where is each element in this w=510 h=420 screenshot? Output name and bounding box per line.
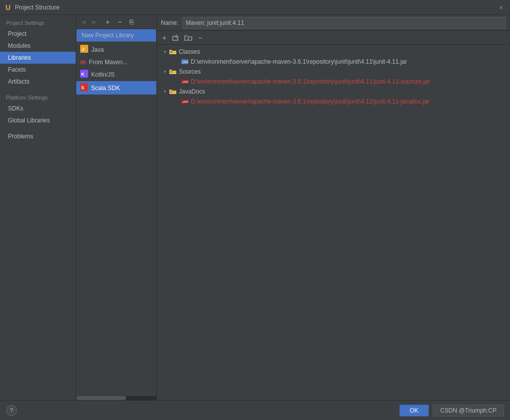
project-settings-header: Project Settings [0,17,76,28]
cancel-button[interactable]: CSDN @Triumph:CP [433,405,504,417]
library-item-scala[interactable]: S Scala SDK [76,81,156,95]
new-project-library-dropdown: New Project Library [76,29,156,42]
title-bar-text: Project Structure [15,4,59,11]
classes-label: Classes [179,48,200,55]
classes-folder-icon [169,48,177,56]
bottom-bar: ? OK CSDN @Triumph:CP [0,400,510,420]
sidebar: Project Settings Project Modules Librari… [0,15,76,400]
tree-node-classes-jar[interactable]: ▾ JAR D:\environment\server\apache-maven… [157,57,510,67]
jar-icon: JAR [181,58,189,66]
add-entry-button[interactable]: + [159,32,170,43]
tree-node-javadocs[interactable]: ▾ JavaDocs [157,87,510,97]
jar-javadocs-icon: JAR [181,98,189,105]
svg-text:JAR: JAR [182,100,188,104]
new-project-library-item[interactable]: New Project Library [77,29,156,41]
name-input[interactable] [182,17,506,29]
add-library-button[interactable]: + [102,16,113,27]
library-item-java[interactable]: J Java [76,43,156,56]
sources-jar-label: D:\environment\server\apache-maven-3.6.1… [191,78,430,85]
library-item-kotlin[interactable]: K Kotlin/JS [76,68,156,81]
classes-jar-label: D:\environment\server\apache-maven-3.6.1… [191,58,407,65]
remove-library-button[interactable]: − [114,16,125,27]
library-java-label: Java [91,46,104,53]
sidebar-item-modules[interactable]: Modules [0,40,76,52]
right-panel: Name: + − [157,15,510,400]
svg-text:K: K [81,72,85,77]
sidebar-item-artifacts[interactable]: Artifacts [0,76,76,88]
java-icon: J [80,45,88,54]
library-item-maven[interactable]: m From Maven... [76,56,156,68]
sidebar-item-project[interactable]: Project [0,28,76,40]
tree-node-classes[interactable]: ▾ Classes [157,47,510,57]
copy-library-button[interactable]: ⎘ [126,16,137,27]
ok-button[interactable]: OK [399,405,429,417]
javadocs-jar-label: D:\environment\server\apache-maven-3.6.1… [191,98,430,105]
platform-settings-header: Platform Settings [0,92,76,103]
title-bar-left: U Project Structure [4,3,59,11]
forward-button[interactable]: ▶ [89,17,99,27]
sources-toggle: ▾ [161,69,169,74]
help-button[interactable]: ? [6,405,17,416]
back-button[interactable]: ◀ [78,17,88,27]
library-maven-label: From Maven... [89,59,128,66]
name-label: Name: [161,19,178,26]
javadocs-folder-icon [169,88,177,96]
kotlin-icon: K [80,70,88,79]
classes-toggle: ▾ [161,49,169,54]
jar-sources-icon: JAR [181,78,189,86]
app-icon: U [4,3,12,11]
close-button[interactable]: × [496,2,506,12]
sidebar-item-facets[interactable]: Facets [0,64,76,76]
svg-rect-6 [173,36,178,40]
svg-rect-14 [170,71,172,73]
svg-rect-11 [170,51,172,53]
add-folder-button[interactable] [183,32,194,43]
title-bar: U Project Structure × [0,0,510,15]
tree-node-sources[interactable]: ▾ Sources [157,67,510,77]
javadocs-toggle: ▾ [161,89,169,94]
sidebar-item-global-libraries[interactable]: Global Libraries [0,114,76,126]
name-bar: Name: [157,15,510,31]
main-layout: Project Settings Project Modules Librari… [0,15,510,400]
middle-panel: ◀ ▶ + − ⎘ New Project Library J Java [76,15,157,400]
svg-text:JAR: JAR [182,80,188,84]
add-special-button[interactable] [171,32,182,43]
maven-icon: m [80,58,86,66]
tree-node-javadocs-jar[interactable]: ▾ JAR D:\environment\server\apache-maven… [157,97,510,106]
svg-text:S: S [81,85,84,90]
library-list: J Java m From Maven... K Kotlin/JS [76,42,156,396]
scrollbar-thumb [76,396,126,400]
horizontal-scrollbar[interactable] [76,396,156,400]
sidebar-item-libraries[interactable]: Libraries [0,52,76,64]
library-kotlin-label: Kotlin/JS [91,71,115,78]
library-scala-label: Scala SDK [91,85,120,92]
tree-node-sources-jar[interactable]: ▾ JAR D:\environment\server\apache-maven… [157,77,510,87]
scala-icon: S [80,83,88,93]
tree-area: ▾ Classes ▾ JAR D:\envir [157,45,510,400]
right-toolbar: + − [157,31,510,45]
sources-label: Sources [179,68,201,75]
sidebar-item-problems[interactable]: Problems [0,130,76,142]
svg-text:JAR: JAR [182,60,188,64]
svg-rect-17 [170,91,172,93]
sources-folder-icon [169,68,177,76]
sidebar-item-sdks[interactable]: SDKs [0,103,76,114]
javadocs-label: JavaDocs [179,88,205,95]
remove-entry-button[interactable]: − [195,32,206,43]
svg-text:J: J [82,47,84,52]
